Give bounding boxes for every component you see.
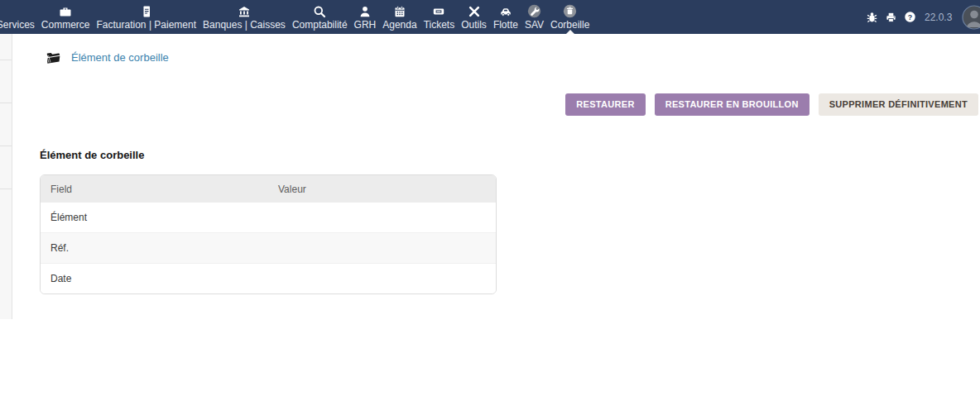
menu-item-tickets[interactable]: Tickets — [420, 0, 459, 34]
ticket-icon — [432, 4, 445, 18]
menu-item-label: Tickets — [424, 19, 455, 31]
row-field-label: Élément — [41, 212, 268, 223]
menu-item-label: Outils — [461, 19, 487, 31]
crossed-tools-icon — [468, 4, 481, 18]
row-field-label: Date — [41, 273, 268, 284]
left-sidebar — [0, 34, 12, 319]
menu-item-label: Comptabilité — [292, 19, 348, 31]
menu-item-label: Banques | Caisses — [203, 19, 286, 31]
menu-item-label: Commerce — [41, 19, 90, 31]
folder-icon — [46, 50, 62, 65]
svg-text:?: ? — [908, 13, 912, 21]
briefcase-icon — [59, 4, 72, 18]
active-menu-caret-icon — [566, 30, 574, 34]
menu-item-label: SAV — [525, 19, 544, 31]
menu-item-label: Agenda — [382, 19, 416, 31]
restore-button[interactable]: RESTAURER — [565, 93, 645, 116]
menu-item-sav[interactable]: SAV — [521, 0, 547, 34]
sidebar-divider — [0, 189, 12, 189]
trash-circle-icon — [563, 4, 577, 18]
car-icon — [499, 4, 512, 18]
version-label: 22.0.3 — [925, 12, 952, 23]
breadcrumb: Élément de corbeille — [46, 50, 169, 65]
menu-item-grh[interactable]: GRH — [351, 0, 380, 34]
help-icon[interactable]: ? — [904, 11, 916, 23]
main-menu: Produits | Services Commerce Facturation… — [0, 0, 593, 34]
table-row: Élément — [41, 203, 496, 232]
menu-item-banques-caisses[interactable]: Banques | Caisses — [199, 0, 289, 34]
menu-item-agenda[interactable]: Agenda — [379, 0, 420, 34]
menu-item-label: Facturation | Paiement — [97, 19, 197, 31]
menu-item-produits-services[interactable]: Produits | Services — [0, 0, 38, 34]
bug-icon[interactable] — [866, 11, 878, 24]
menu-item-flotte[interactable]: Flotte — [490, 0, 521, 34]
sidebar-divider — [0, 103, 12, 103]
sidebar-divider — [0, 60, 12, 60]
menu-item-facturation-paiement[interactable]: Facturation | Paiement — [94, 0, 200, 34]
table-row: Réf. — [41, 232, 496, 263]
menu-item-outils[interactable]: Outils — [458, 0, 490, 34]
printer-icon[interactable] — [885, 11, 897, 24]
breadcrumb-link[interactable]: Élément de corbeille — [71, 51, 169, 64]
user-avatar[interactable] — [962, 5, 980, 30]
user-icon — [358, 4, 372, 18]
sidebar-divider — [0, 146, 12, 146]
table-row: Date — [41, 263, 496, 294]
menu-item-corbeille[interactable]: Corbeille — [547, 0, 593, 34]
top-navbar: Produits | Services Commerce Facturation… — [0, 0, 980, 34]
invoice-icon — [140, 4, 153, 18]
menu-item-label: Flotte — [493, 19, 518, 31]
wrench-circle-icon — [527, 4, 541, 18]
action-buttons: RESTAURER RESTAURER EN BROUILLON SUPPRIM… — [565, 93, 978, 116]
row-field-label: Réf. — [41, 242, 268, 254]
menu-item-comptabilite[interactable]: Comptabilité — [289, 0, 351, 34]
navbar-tools: ? 22.0.3 David — [866, 0, 980, 34]
search-icon — [313, 4, 326, 18]
restore-draft-button[interactable]: RESTAURER EN BROUILLON — [655, 93, 809, 116]
calendar-icon — [393, 4, 406, 18]
menu-item-label: Produits | Services — [0, 19, 35, 31]
column-header-field: Field — [41, 184, 268, 195]
bank-icon — [238, 4, 251, 18]
menu-item-label: GRH — [354, 19, 377, 31]
trash-item-table: Field Valeur Élément Réf. Date — [40, 174, 497, 294]
column-header-valeur: Valeur — [268, 184, 496, 195]
table-header-row: Field Valeur — [41, 175, 496, 203]
delete-permanently-button[interactable]: SUPPRIMER DÉFINITIVEMENT — [819, 93, 978, 116]
menu-item-commerce[interactable]: Commerce — [38, 0, 94, 34]
panel-title: Élément de corbeille — [40, 149, 144, 161]
